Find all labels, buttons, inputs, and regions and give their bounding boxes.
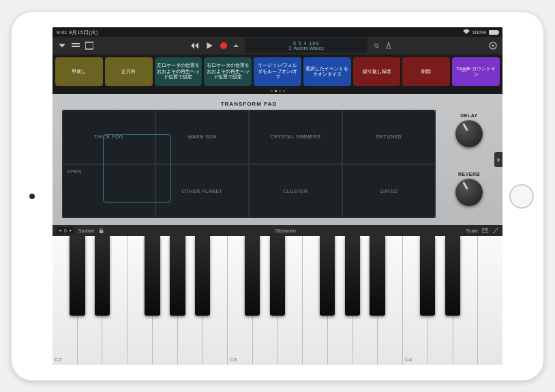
key-c4[interactable]: C4 [403,236,428,365]
rewind-icon[interactable] [190,42,198,50]
pad-cell-warm-sun[interactable]: WARM SUN [155,110,249,164]
octave-control[interactable]: ◂ 0 ▸ [57,227,74,234]
svg-point-10 [493,232,494,233]
more-controls-handle[interactable] [494,152,502,167]
transform-pad-title: TRANSFORM PAD [62,101,436,107]
status-bar: 9:41 9月15日(火) 100% [52,27,502,37]
kc-quantize[interactable]: 選択したイベントをクオンタイズ [303,57,351,86]
kc-record-repeat[interactable]: 繰り返し録音 [353,57,401,86]
ipad-frame: 9:41 9月15日(火) 100% [12,12,543,380]
lcd-position: 8 5 4 198 [293,41,319,46]
page-indicator[interactable] [55,88,500,94]
key-d2[interactable] [78,236,103,365]
glissando-mode[interactable]: Glissando [108,228,462,233]
settings-icon[interactable] [489,42,497,50]
key-a2[interactable] [178,236,203,365]
key-f4[interactable] [478,236,502,365]
record-button[interactable] [220,42,227,49]
tracks-icon[interactable] [72,42,80,50]
svg-point-12 [496,228,498,229]
delay-label: DELAY [455,113,483,118]
white-keys[interactable]: C2 C3 C4 [52,236,502,365]
delay-knob-group: DELAY [455,113,483,147]
kc-loop-toggle[interactable]: リージョン/フォルダをループオン/オフ [254,57,301,86]
svg-point-11 [495,230,496,231]
svg-rect-0 [72,43,80,44]
kc-countin-toggle[interactable]: Toggle カウントイン [452,57,500,86]
key-b3[interactable] [378,236,403,365]
play-icon[interactable] [205,42,213,50]
wifi-icon [463,29,470,35]
keyboard-layout-icon[interactable] [482,228,488,234]
nav-down-icon[interactable] [58,42,66,50]
key-e4[interactable] [453,236,479,365]
battery-pct: 100% [472,29,486,35]
cycle-icon[interactable] [373,42,380,49]
kc-set-right-locator[interactable]: 右ロケータの位置をおおよその再生ヘッド位置で設定 [204,57,252,86]
key-f3[interactable] [303,236,328,365]
reverb-label: REVERB [455,172,483,177]
reverb-knob[interactable] [455,179,483,206]
app-toolbar: 8 5 4 198 3: Aurora Waves [52,37,502,55]
octave-value: 0 [64,228,67,233]
kc-rewind[interactable]: 早戻し [55,57,103,86]
key-g3[interactable] [328,236,353,365]
lcd-expand-icon[interactable] [232,42,239,49]
kc-set-left-locator[interactable]: 左ロケータの位置をおおよその再生ヘッド位置で設定 [155,57,202,86]
lock-icon[interactable] [98,228,104,234]
key-a3[interactable] [353,236,378,365]
svg-rect-2 [85,42,93,49]
pad-cell-cluster[interactable]: CLUSTER [249,164,342,219]
keyboard-option-strip: ◂ 0 ▸ Sustain Glissando Scale [52,225,502,236]
pad-cell-detuned[interactable]: DETUNED [342,110,436,164]
status-time: 9:41 9月15日(火) [57,29,98,36]
kc-delete[interactable]: 削除 [402,57,450,86]
metronome-icon[interactable] [385,42,392,49]
kc-forward[interactable]: 正方向 [105,57,153,86]
key-f2[interactable] [127,236,153,365]
pad-cell-other-planet[interactable]: OTHER PLANET [155,164,249,219]
pad-cell-open[interactable]: OPEN [62,164,155,219]
reverb-knob-group: REVERB [455,172,483,206]
piano-keyboard[interactable]: C2 C3 C4 [52,236,502,365]
lcd-display[interactable]: 8 5 4 198 3: Aurora Waves [245,38,368,53]
key-c2[interactable]: C2 [52,236,78,365]
browser-icon[interactable] [85,42,93,50]
battery-icon [489,30,498,35]
key-b2[interactable] [202,236,228,365]
arpeggiator-icon[interactable] [492,228,498,234]
pad-cell-thick-fog[interactable]: THICK FOG [62,110,155,164]
octave-down-icon[interactable]: ◂ [59,228,61,233]
pad-cell-gated[interactable]: GATED [342,164,436,219]
key-g2[interactable] [153,236,178,365]
synth-panel: TRANSFORM PAD THICK FOG WARM SUN CRYSTAL… [52,94,502,225]
delay-knob[interactable] [455,120,483,147]
svg-rect-1 [72,46,80,47]
sustain-button[interactable]: Sustain [78,228,94,233]
lcd-trackname: 3: Aurora Waves [288,46,324,50]
octave-up-icon[interactable]: ▸ [70,228,72,233]
key-e3[interactable] [278,236,303,365]
transform-pad[interactable]: THICK FOG WARM SUN CRYSTAL SIMMERS DETUN… [62,110,436,218]
front-camera [29,194,35,199]
key-command-bar: 早戻し 正方向 左ロケータの位置をおおよその再生ヘッド位置で設定 右ロケータの位… [52,55,502,94]
key-c3[interactable]: C3 [228,236,253,365]
svg-rect-5 [100,230,103,233]
key-e2[interactable] [102,236,127,365]
svg-point-4 [492,45,494,47]
key-d4[interactable] [428,236,453,365]
app-screen: 9:41 9月15日(火) 100% [52,27,502,365]
home-button[interactable] [509,184,534,209]
pad-cell-crystal[interactable]: CRYSTAL SIMMERS [249,110,342,164]
scale-button[interactable]: Scale [466,228,478,233]
key-d3[interactable] [253,236,278,365]
